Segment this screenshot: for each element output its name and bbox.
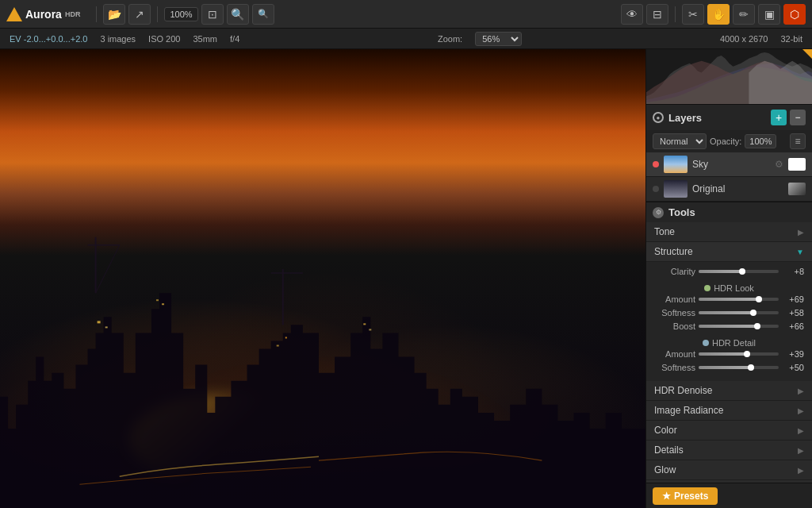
hdr-softness-label: Softness bbox=[654, 308, 695, 318]
layers-controls: Normal Multiply Screen Overlay Opacity: … bbox=[646, 130, 812, 152]
tools-title: Tools bbox=[668, 206, 806, 218]
logo-suffix: HDR bbox=[65, 10, 81, 18]
bit-depth: 32-bit bbox=[780, 34, 802, 44]
clarity-value: +8 bbox=[782, 267, 804, 276]
layer-active-dot bbox=[653, 161, 659, 167]
layers-section-icon: ● bbox=[653, 112, 664, 123]
clarity-thumb[interactable] bbox=[739, 268, 745, 275]
layer-name-sky: Sky bbox=[692, 159, 770, 170]
hdr-amount-thumb[interactable] bbox=[756, 296, 762, 302]
preview-button[interactable]: 👁 bbox=[621, 4, 643, 25]
glow-row[interactable]: Glow ▶ bbox=[646, 460, 812, 480]
hdr-look-title: HDR Look bbox=[714, 283, 754, 293]
color-row[interactable]: Color ▶ bbox=[646, 421, 812, 441]
cut-button[interactable]: ✂ bbox=[682, 4, 704, 25]
zoom-in-button[interactable]: 🔍 bbox=[227, 4, 249, 25]
toolbar-separator-3 bbox=[675, 6, 676, 22]
detail-softness-value: +50 bbox=[782, 363, 804, 372]
ev-value: EV -2.0...+0.0...+2.0 bbox=[10, 34, 87, 44]
image-radiance-row[interactable]: Image Radiance ▶ bbox=[646, 401, 812, 421]
layer-mask-thumb bbox=[788, 158, 806, 171]
export-final-button[interactable]: ⬡ bbox=[783, 4, 806, 25]
detail-softness-fill bbox=[699, 366, 751, 369]
detail-amount-thumb[interactable] bbox=[744, 351, 750, 357]
presets-bar: ★ Presets bbox=[646, 483, 812, 508]
hdr-look-dot-icon bbox=[704, 285, 710, 291]
histogram-warning-icon bbox=[802, 49, 812, 59]
svg-rect-8 bbox=[285, 337, 287, 338]
layer-settings-icon[interactable]: ⚙ bbox=[775, 159, 783, 170]
details-label: Details bbox=[654, 444, 798, 456]
detail-amount-label: Amount bbox=[654, 349, 695, 359]
structure-content: Clarity +8 HDR Look Amount bbox=[646, 262, 812, 381]
hdr-softness-thumb[interactable] bbox=[750, 310, 756, 316]
brush-button[interactable]: ✏ bbox=[733, 4, 755, 25]
hdr-boost-label: Boost bbox=[654, 321, 695, 331]
tools-header[interactable]: ⚙ Tools bbox=[646, 202, 812, 222]
layers-button[interactable]: ▣ bbox=[758, 4, 780, 25]
compare-button[interactable]: ⊟ bbox=[646, 4, 668, 25]
fit-screen-button[interactable]: ⊡ bbox=[201, 4, 224, 25]
opacity-value: 100% bbox=[745, 134, 776, 148]
hdr-denoise-row[interactable]: HDR Denoise ▶ bbox=[646, 381, 812, 401]
hdr-amount-slider[interactable] bbox=[699, 298, 779, 301]
layer-item-original[interactable]: Original bbox=[646, 177, 812, 202]
histogram-chart bbox=[646, 49, 812, 104]
layers-menu-button[interactable]: ≡ bbox=[790, 133, 806, 149]
clarity-slider[interactable] bbox=[699, 270, 779, 273]
hdr-look-label: HDR Look bbox=[654, 280, 804, 294]
toolbar: Aurora HDR 📂 ↗ 100% ⊡ 🔍 🔍 👁 ⊟ ✂ ✋ ✏ ▣ ⬡ bbox=[0, 0, 812, 29]
main-area: ● Layers + − Normal Multiply Screen Over… bbox=[0, 49, 812, 508]
hdr-amount-value: +69 bbox=[782, 294, 804, 304]
info-bar: EV -2.0...+0.0...+2.0 3 images ISO 200 3… bbox=[0, 29, 812, 49]
hdr-amount-fill bbox=[699, 298, 759, 301]
color-arrow-icon: ▶ bbox=[798, 426, 804, 435]
tools-section: ⚙ Tools Tone ▶ Structure ▼ Clarity bbox=[646, 202, 812, 483]
hdr-boost-thumb[interactable] bbox=[754, 323, 760, 329]
image-area[interactable] bbox=[0, 49, 645, 508]
tone-row[interactable]: Tone ▶ bbox=[646, 222, 812, 242]
hdr-boost-fill bbox=[699, 325, 757, 328]
details-row[interactable]: Details ▶ bbox=[646, 441, 812, 460]
zoom-select[interactable]: 56% 25% 50% 100% Fit bbox=[475, 32, 522, 46]
hdr-boost-row: Boost +66 bbox=[654, 321, 804, 331]
hdr-softness-fill bbox=[699, 311, 753, 314]
hand-button[interactable]: ✋ bbox=[707, 4, 730, 25]
zoom-label: Zoom: bbox=[438, 34, 462, 44]
logo-triangle-icon bbox=[6, 7, 22, 21]
open-folder-button[interactable]: 📂 bbox=[103, 4, 125, 25]
tone-label: Tone bbox=[654, 226, 798, 237]
presets-button[interactable]: ★ Presets bbox=[653, 487, 718, 505]
zoom-out-button[interactable]: 🔍 bbox=[252, 4, 274, 25]
layer-name-original: Original bbox=[692, 183, 783, 194]
svg-rect-9 bbox=[363, 323, 366, 325]
svg-rect-5 bbox=[156, 299, 159, 301]
add-layer-button[interactable]: + bbox=[771, 110, 787, 125]
hdr-denoise-label: HDR Denoise bbox=[654, 385, 798, 396]
detail-amount-value: +39 bbox=[782, 349, 804, 359]
svg-rect-3 bbox=[98, 321, 101, 323]
detail-amount-row: Amount +39 bbox=[654, 349, 804, 359]
layer-item-sky[interactable]: Sky ⚙ bbox=[646, 152, 812, 177]
clarity-row: Clarity +8 bbox=[654, 267, 804, 276]
blend-mode-select[interactable]: Normal Multiply Screen Overlay bbox=[653, 133, 707, 149]
zoom-100-display: 100% bbox=[164, 7, 197, 21]
export-button[interactable]: ↗ bbox=[128, 4, 151, 25]
layers-title: Layers bbox=[668, 112, 771, 124]
panel-content[interactable]: ● Layers + − Normal Multiply Screen Over… bbox=[646, 105, 812, 483]
structure-row[interactable]: Structure ▼ bbox=[646, 242, 812, 262]
svg-rect-4 bbox=[105, 326, 108, 328]
glow-label: Glow bbox=[654, 464, 798, 475]
detail-softness-slider[interactable] bbox=[699, 366, 779, 369]
structure-arrow-icon: ▼ bbox=[796, 248, 804, 256]
clarity-label: Clarity bbox=[654, 267, 695, 276]
remove-layer-button[interactable]: − bbox=[790, 110, 806, 125]
hdr-amount-label: Amount bbox=[654, 294, 695, 304]
layers-header[interactable]: ● Layers + − bbox=[646, 105, 812, 130]
detail-softness-thumb[interactable] bbox=[748, 364, 754, 371]
hdr-softness-slider[interactable] bbox=[699, 311, 779, 314]
logo-name: Aurora bbox=[25, 8, 62, 21]
detail-amount-slider[interactable] bbox=[699, 352, 779, 356]
hdr-boost-slider[interactable] bbox=[699, 325, 779, 328]
hdr-softness-value: +58 bbox=[782, 308, 804, 318]
